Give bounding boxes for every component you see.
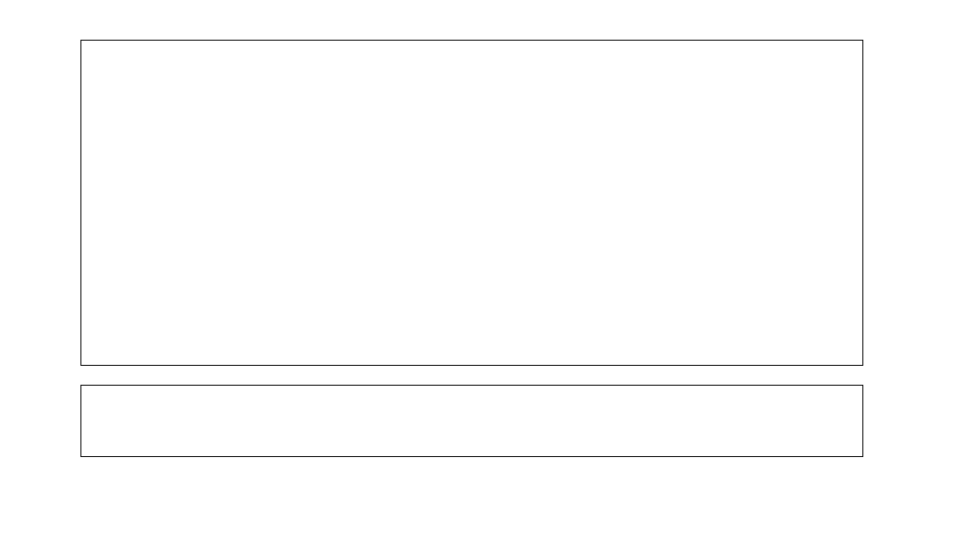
sfc-colorbar: [873, 42, 885, 364]
lfc-colorbar: [873, 387, 885, 454]
plot-figure: [0, 0, 979, 560]
lfc-panel-border: [80, 385, 863, 457]
sfc-panel-border: [80, 40, 863, 366]
